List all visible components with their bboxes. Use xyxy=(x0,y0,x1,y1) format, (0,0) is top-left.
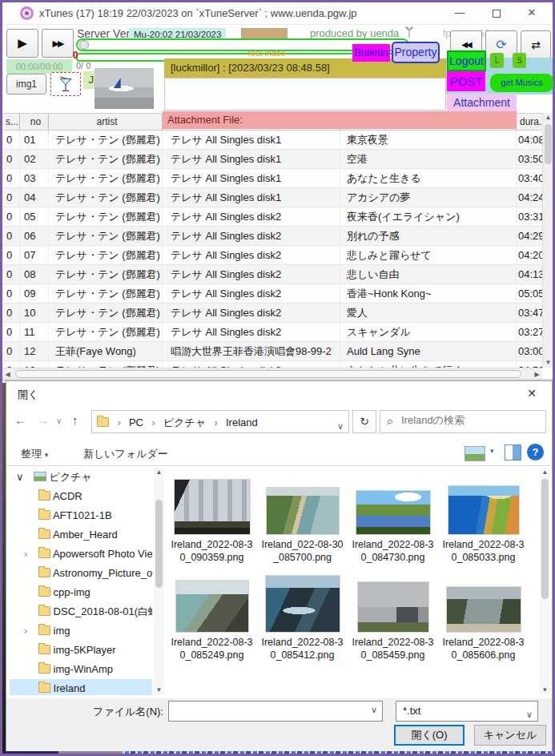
tree-scrollbar[interactable]: ▲ ▼ xyxy=(154,468,164,695)
filename-dropdown-icon[interactable]: ∨ xyxy=(371,705,377,715)
open-button[interactable]: 開く(O) xyxy=(394,725,465,746)
cancel-button[interactable]: キャンセル xyxy=(474,725,546,746)
col-duration[interactable]: dura... xyxy=(517,114,542,131)
dialog-close-button[interactable]: ✕ xyxy=(518,383,545,404)
table-row[interactable]: 013テレサ・テン (鄧麗君)テレサ All Singles disk3あなたと… xyxy=(2,361,542,368)
table-row[interactable]: 009テレサ・テン (鄧麗君)テレサ All Singles disk2香港~H… xyxy=(2,284,542,304)
filename-combo[interactable]: ∨ xyxy=(168,701,383,722)
file-item[interactable]: Ireland_2022-08-30_085033.png xyxy=(438,477,529,564)
scroll-down-icon[interactable]: ▼ xyxy=(540,686,550,695)
table-row[interactable]: 006テレサ・テン (鄧麗君)テレサ All Singles disk2別れの予… xyxy=(2,227,542,246)
refresh-button[interactable]: ↻ xyxy=(352,410,376,433)
tree-item-img-winamp[interactable]: img-WinAmp xyxy=(10,660,152,679)
message-area[interactable] xyxy=(164,78,446,111)
back-button[interactable]: ← xyxy=(14,413,26,427)
file-item[interactable]: Ireland_022-08-30_085700.png xyxy=(257,477,348,564)
table-row[interactable]: 001テレサ・テン (鄧麗君)テレサ All Singles disk1東京夜景… xyxy=(2,131,542,150)
table-row[interactable]: 007テレサ・テン (鄧麗君)テレサ All Singles disk2悲しみと… xyxy=(2,246,542,265)
chevron-expanded-icon[interactable]: ∨ xyxy=(16,468,27,487)
table-row[interactable]: 002テレサ・テン (鄧麗君)テレサ All Singles disk1空港03… xyxy=(2,150,542,169)
scrollbar-thumb[interactable] xyxy=(545,124,552,164)
organize-button[interactable]: 整理 ▾ xyxy=(21,447,48,461)
close-button[interactable]: ✕ xyxy=(516,2,548,23)
minimize-button[interactable]: — xyxy=(444,2,476,23)
bulletin-button[interactable]: Bulletin xyxy=(352,44,390,62)
attachment-button[interactable]: Attachment xyxy=(447,94,517,111)
logout-button[interactable]: Logout xyxy=(447,50,486,71)
table-row[interactable]: 003テレサ・テン (鄧麗君)テレサ All Singles disk1あなたと… xyxy=(2,169,542,188)
tree-item-img-5kplayer[interactable]: img-5KPlayer xyxy=(10,641,152,660)
file-item[interactable]: Ireland_2022-08-30_085412.png xyxy=(257,575,348,662)
table-row[interactable]: 012王菲(Faye Wong)唱游大世界王菲香港演唱會98-99-2Auld … xyxy=(2,342,542,361)
tree-item-acdr[interactable]: ACDR xyxy=(10,487,152,506)
file-item[interactable]: Ireland_2022-08-30_085459.png xyxy=(348,575,438,662)
search-box[interactable]: ⌕ xyxy=(380,410,546,433)
scrollbar-thumb[interactable] xyxy=(15,370,521,378)
breadcrumb-pc[interactable]: PC xyxy=(129,416,143,428)
tree-item-dsc-2018-08-01-[interactable]: DSC_2018-08-01(白蛾) xyxy=(10,602,152,621)
file-item[interactable]: Ireland_2022-08-30_084730.png xyxy=(348,477,438,564)
table-row[interactable]: 005テレサ・テン (鄧麗君)テレサ All Singles disk2夜来香(… xyxy=(2,207,542,227)
martini-button[interactable] xyxy=(50,72,81,96)
scroll-up-icon[interactable]: ▲ xyxy=(543,113,553,123)
filetype-select[interactable]: *.txt ∨ xyxy=(396,701,538,722)
breadcrumb[interactable]: › PC › ピクチャ › Ireland ∨ xyxy=(91,410,349,433)
table-row[interactable]: 011テレサ・テン (鄧麗君)テレサ All Singles disk2スキャン… xyxy=(2,323,542,342)
breadcrumb-ireland[interactable]: Ireland xyxy=(226,416,258,428)
tree-item-aft1021-1b[interactable]: AFT1021-1B xyxy=(10,506,152,525)
forward-button[interactable]: → xyxy=(37,413,49,427)
cell-title: 悲しみと躍らせて xyxy=(340,246,517,265)
file-item[interactable]: Ireland_2022-08-30_085606.png xyxy=(438,575,529,662)
seek-slider-thumb[interactable] xyxy=(79,40,89,50)
file-item[interactable]: Ireland_2022-08-30_085249.png xyxy=(167,575,257,662)
table-row[interactable]: 004テレサ・テン (鄧麗君)テレサ All Singles disk1アカシア… xyxy=(2,188,542,207)
tree-item-ireland[interactable]: Ireland xyxy=(10,679,152,695)
scrollbar-thumb[interactable] xyxy=(155,500,163,588)
skip-start-icon: ◀◀ xyxy=(461,40,470,49)
tree-item-apowersoft-photo-view[interactable]: › Apowersoft Photo View xyxy=(10,545,152,564)
up-button[interactable]: ↑ xyxy=(72,413,78,427)
tree-item-img[interactable]: › img xyxy=(10,621,152,641)
new-folder-button[interactable]: 新しいフォルダー xyxy=(83,447,168,461)
play-button[interactable]: ▶ xyxy=(6,29,38,58)
get-musics-button[interactable]: get Musics xyxy=(490,74,553,92)
view-mode-icon[interactable] xyxy=(465,446,485,461)
table-vertical-scrollbar[interactable]: ▲ ▼ xyxy=(542,113,553,368)
dialog-title-bar: 開く ✕ xyxy=(6,381,552,405)
history-chevron-icon[interactable]: ∨ xyxy=(56,416,62,425)
preview-pane-icon[interactable] xyxy=(505,444,521,460)
property-button[interactable]: Property xyxy=(392,42,440,63)
filename-input[interactable] xyxy=(171,704,364,716)
col-no[interactable]: no xyxy=(20,114,49,131)
grid-scrollbar[interactable]: ▲ ▼ xyxy=(540,468,550,695)
scrollbar-thumb[interactable] xyxy=(541,479,549,599)
search-input[interactable] xyxy=(401,414,541,426)
img1-button[interactable]: img1 xyxy=(6,74,46,94)
view-dropdown-icon[interactable]: ▾ xyxy=(490,447,494,455)
file-item[interactable]: Ireland_2022-08-30_090359.png xyxy=(167,477,257,564)
table-row[interactable]: 010テレサ・テン (鄧麗君)テレサ All Singles disk2愛人03… xyxy=(2,304,542,323)
tree-item-astronomy-picture-of-[interactable]: Astronomy_Picture_of_ xyxy=(10,564,152,583)
table-row[interactable]: 008テレサ・テン (鄧麗君)テレサ All Singles disk2悲しい自… xyxy=(2,265,542,284)
post-button[interactable]: POST xyxy=(447,71,485,91)
tree-root-pictures[interactable]: ∨ ピクチャ xyxy=(10,468,152,487)
chevron-right-icon[interactable]: › xyxy=(24,621,35,641)
scroll-down-icon[interactable]: ▼ xyxy=(543,358,553,368)
s-button[interactable]: S xyxy=(513,53,526,68)
tree-item-amber-heard[interactable]: Amber_Heard xyxy=(10,525,152,545)
breadcrumb-pictures[interactable]: ピクチャ xyxy=(163,416,206,428)
help-button[interactable]: ? xyxy=(527,444,544,460)
next-track-button[interactable]: ▶▶ xyxy=(42,29,74,58)
filetype-dropdown-icon[interactable]: ∨ xyxy=(526,705,533,724)
l-button[interactable]: L xyxy=(490,53,504,68)
scroll-up-icon[interactable]: ▲ xyxy=(154,468,164,477)
table-horizontal-scrollbar[interactable]: ◀ ▶ xyxy=(2,368,542,379)
maximize-button[interactable] xyxy=(481,2,513,23)
chevron-right-icon[interactable]: › xyxy=(24,545,35,564)
col-select[interactable]: s... xyxy=(2,114,20,131)
scroll-up-icon[interactable]: ▲ xyxy=(540,468,550,477)
tree-item-cpp-img[interactable]: cpp-img xyxy=(10,583,152,602)
address-dropdown-icon[interactable]: ∨ xyxy=(337,416,344,437)
scroll-down-icon[interactable]: ▼ xyxy=(154,686,164,695)
col-artist[interactable]: artist xyxy=(49,114,163,131)
